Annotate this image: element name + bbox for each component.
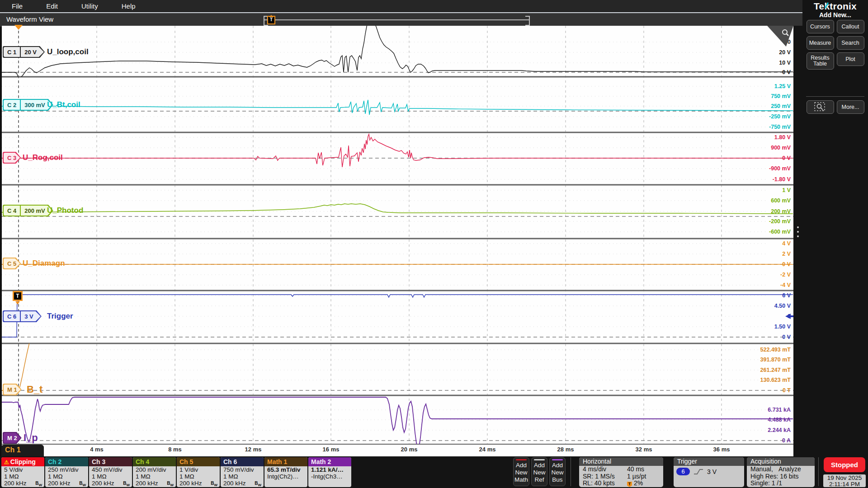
ch2-axis-label: 750 mV [771, 93, 791, 99]
math1-badge-line: 65.3 mT/div [264, 466, 307, 473]
ch1-badge-line: 5 V/div [1, 466, 44, 473]
ch1-axis-label: 10 V [779, 60, 791, 66]
horizontal-row: SR: 1 MS/s1 µs/pt [579, 473, 663, 480]
add-new-text: Bus [550, 476, 565, 483]
horizontal-value: 4 ms/div [583, 466, 606, 473]
trigger-position-marker-icon[interactable] [14, 25, 23, 34]
ch3-badge-line: 450 mV/div [89, 466, 132, 473]
bandwidth-limit-icon: BW [123, 480, 130, 487]
ch3-axis-label: 0 V [782, 155, 791, 161]
callout-button[interactable]: Callout [837, 20, 864, 33]
ch3-badge-shape: C 3 [3, 152, 21, 164]
oscilloscope-app: FileEditUtilityHelp Waveform View T 3020… [0, 0, 868, 488]
ch5-badge-header: Ch 5 [177, 457, 220, 466]
horizontal-panel[interactable]: Horizontal 4 ms/div40 msSR: 1 MS/s1 µs/p… [579, 457, 663, 487]
ch6-settings-badge[interactable]: Ch 6750 mV/div1 MΩ200 kHzBW [221, 457, 264, 487]
ch4-label: U_Photod [47, 206, 83, 215]
trigger-panel-title: Trigger [674, 457, 744, 466]
m2-channel-badge[interactable]: M 2 [3, 432, 22, 444]
divider [818, 457, 819, 486]
trigger-position-mini-icon: T [627, 482, 632, 487]
panel-splitter[interactable] [793, 26, 802, 456]
ch3-settings-badge[interactable]: Ch 3450 mV/div1 MΩ200 kHzBW [89, 457, 132, 487]
ch1-badge-shape: C 120 V [3, 46, 45, 58]
m2-badge-shape: M 2 [3, 432, 22, 444]
ch2-badge-line: 200 kHzBW [45, 480, 88, 487]
add-new-text: Add [550, 462, 565, 469]
record-view-scrollbar[interactable]: T [264, 16, 529, 24]
math2-settings-badge[interactable]: Math 21.121 kA/…-Intg(Ch3… [308, 457, 351, 487]
button-stripe [534, 459, 545, 460]
record-view-line [264, 19, 529, 20]
ch6-badge-line: 200 kHzBW [221, 480, 264, 487]
time-axis-label: 16 ms [323, 446, 340, 453]
add-new-buttons: CursorsCalloutMeasureSearchResults Table… [805, 20, 865, 70]
add-new-text: New [514, 469, 529, 476]
acquisition-panel[interactable]: Acquisition Manual,AnalyzeHigh Res: 16 b… [747, 457, 815, 487]
bandwidth-limit-icon: BW [255, 480, 261, 487]
ch5-badge-line: 200 kHzBW [177, 480, 220, 487]
plot-button[interactable]: Plot [837, 52, 864, 66]
zoom-select-icon[interactable] [807, 100, 834, 114]
ch3-badge-line: 200 kHzBW [89, 480, 132, 487]
add-new-text: Add [532, 462, 547, 469]
trigger-panel[interactable]: Trigger 6 3 V [674, 457, 744, 487]
ch5-badge-text: C 5 [4, 258, 20, 268]
ch5-settings-badge[interactable]: Ch 51 V/div1 MΩ200 kHzBW [177, 457, 220, 487]
ch2-badge-header: Ch 2 [45, 457, 88, 466]
ch4-badge-header: Ch 4 [133, 457, 176, 466]
waveform-graticule[interactable]: 3020 V10 V0 VC 120 VU_loop,coil1.25 V750… [2, 26, 793, 456]
sidebar-divider [806, 96, 864, 97]
menu-item-utility[interactable]: Utility [70, 2, 110, 10]
math1-settings-badge[interactable]: Math 165.3 mT/divIntg(Ch2)… [264, 457, 307, 487]
menu-item-file[interactable]: File [0, 2, 34, 10]
menu-bar: FileEditUtilityHelp [0, 0, 802, 12]
m1-channel-badge[interactable]: M 1 [3, 384, 22, 395]
more-button[interactable]: More... [837, 100, 864, 114]
ch5-badge-line: 1 V/div [177, 466, 220, 473]
trigger-level-value: 3 V [707, 468, 717, 475]
right-sidebar: Tektronix Add New... CursorsCalloutMeasu… [802, 0, 868, 456]
m1-label: B_t [27, 384, 42, 395]
ch4-channel-badge[interactable]: C 4200 mV [3, 205, 53, 216]
ch6-channel-badge[interactable]: C 63 V [3, 310, 42, 322]
ch1-channel-badge[interactable]: C 120 V [3, 46, 45, 58]
ch5-channel-badge[interactable]: C 5 [3, 258, 21, 269]
menu-item-help[interactable]: Help [110, 2, 147, 10]
waveform-view-tab[interactable]: Waveform View [6, 15, 53, 23]
run-stop-button[interactable]: Stopped [824, 457, 865, 472]
cursors-button[interactable]: Cursors [807, 20, 834, 33]
ch1-settings-badge[interactable]: ⚠Clipping5 V/div1 MΩ200 kHzBW [1, 457, 44, 487]
ch3-badge-line: 1 MΩ [89, 473, 132, 480]
divider [571, 457, 571, 486]
m2-axis-label: 6.731 kA [768, 407, 791, 413]
ch2-settings-badge[interactable]: Ch 2250 mV/div1 MΩ200 kHzBW [45, 457, 88, 487]
trigger-position-icon[interactable]: T [267, 16, 275, 24]
ch5-badge-shape: C 5 [3, 258, 21, 269]
ch3-trace [2, 134, 793, 167]
search-button[interactable]: Search [837, 36, 864, 50]
add-new-ref-button[interactable]: AddNewRef [531, 457, 547, 486]
add-new-bus-button[interactable]: AddNewBus [549, 457, 566, 486]
m2-badge-text: M 2 [4, 433, 21, 443]
ch1-badge-inner: C 120 V [4, 47, 44, 57]
ch6-badge-inner: C 63 V [4, 311, 41, 321]
ch4-badge-line: 200 mV/div [133, 466, 176, 473]
ch4-badge-line: 200 kHzBW [133, 480, 176, 487]
ch3-axis-label: 900 mV [771, 145, 791, 151]
ch5-axis-label: 4 V [782, 240, 791, 247]
trigger-level-arrow-icon[interactable] [780, 313, 793, 319]
ch3-channel-badge[interactable]: C 3 [3, 152, 21, 164]
ch6-label: Trigger [47, 312, 73, 321]
ch6-trace [2, 295, 793, 337]
measure-button[interactable]: Measure [807, 36, 834, 50]
results-table-button[interactable]: Results Table [807, 52, 834, 70]
ch4-settings-badge[interactable]: Ch 4200 mV/div1 MΩ200 kHzBW [133, 457, 176, 487]
ch5-axis-label: 0 V [782, 261, 791, 267]
add-new-math-button[interactable]: AddNewMath [513, 457, 529, 486]
channel-1-tab[interactable]: Ch 1 [1, 445, 44, 456]
m2-axis-label: 2.244 kA [768, 427, 791, 433]
ch2-channel-badge[interactable]: C 2300 mV [3, 99, 53, 111]
trigger-source-badge-icon[interactable]: T [13, 291, 23, 301]
menu-item-edit[interactable]: Edit [34, 2, 70, 10]
